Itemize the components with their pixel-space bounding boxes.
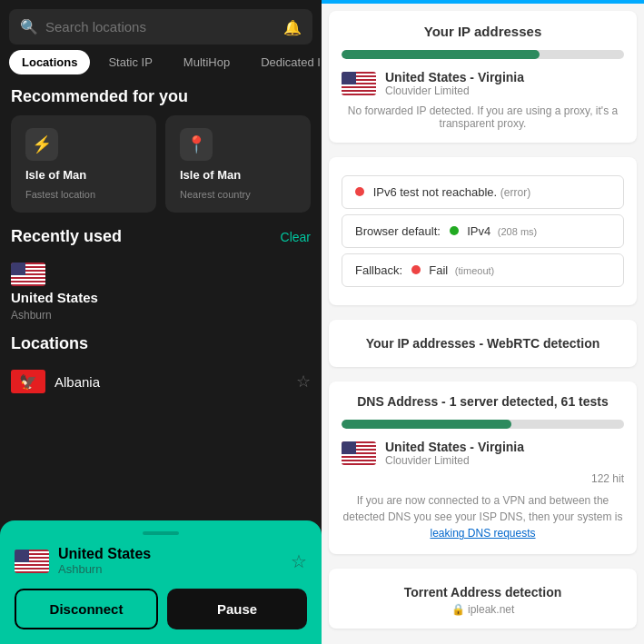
- fallback-row: Fallback: Fail (timeout): [342, 253, 624, 287]
- us-flag-icon: [11, 263, 45, 286]
- dns-card: DNS Address - 1 server detected, 61 test…: [329, 381, 637, 554]
- torrent-card: Torrent Address detection 🔒 ipleak.net: [329, 569, 637, 629]
- disconnect-button[interactable]: Disconnect: [15, 589, 158, 629]
- dns-leak-link[interactable]: leaking DNS requests: [430, 527, 535, 540]
- hit-badge: 122 hit: [342, 472, 624, 485]
- popup-loc-name: United States: [58, 546, 151, 562]
- popup-us-flag: [15, 550, 49, 573]
- right-panel: Your IP addresses United States - Virgin…: [322, 0, 644, 644]
- bell-icon[interactable]: 🔔: [283, 18, 302, 35]
- albania-name: Albania: [54, 374, 100, 390]
- red-dot-icon: [355, 187, 364, 196]
- ip-country-name: United States - Virginia: [385, 70, 524, 84]
- ipv6-test-row: IPv6 test not reachable. (error): [342, 175, 624, 209]
- ipv6-error-label: (error): [500, 186, 530, 199]
- fallback-status: Fail: [429, 263, 448, 277]
- dns-info: United States - Virginia Clouvider Limit…: [385, 440, 524, 467]
- dns-progress-bar: [342, 420, 624, 429]
- ip-tests-card: IPv6 test not reachable. (error) Browser…: [329, 157, 637, 305]
- ipv4-ms-badge: (208 ms): [498, 226, 537, 237]
- popup-buttons: Disconnect Pause: [15, 589, 307, 629]
- popup-loc-info: United States Ashburn: [15, 546, 151, 576]
- webrtc-title: Your IP addresses - WebRTC detection: [342, 336, 624, 351]
- star-icon[interactable]: ☆: [296, 372, 311, 391]
- popup-loc-sub: Ashburn: [58, 562, 151, 576]
- pause-button[interactable]: Pause: [167, 589, 307, 629]
- dns-ip-row: United States - Virginia Clouvider Limit…: [342, 440, 624, 467]
- recommended-title: Recommended for you: [0, 82, 322, 115]
- browser-default-label: Browser default:: [355, 224, 441, 238]
- browser-default-row: Browser default: IPv4 (208 ms): [342, 214, 624, 248]
- locations-section: Locations 🦅 Albania ☆: [0, 334, 322, 408]
- bolt-icon: ⚡: [25, 128, 58, 161]
- webrtc-card: Your IP addresses - WebRTC detection: [329, 320, 637, 367]
- ipv4-label: IPv4: [467, 224, 490, 238]
- ipleak-footer: 🔒 ipleak.net: [342, 603, 624, 616]
- ip-card-title: Your IP addresses: [342, 24, 624, 39]
- locations-title: Locations: [11, 334, 311, 362]
- dns-progress-fill: [342, 420, 511, 429]
- ipv6-label: IPv6 test not reachable.: [373, 185, 498, 199]
- albania-flag-icon: 🦅: [11, 370, 45, 393]
- fallback-red-dot: [411, 265, 421, 274]
- popup-text: United States Ashburn: [58, 546, 151, 576]
- recent-loc-sub: Ashburn: [11, 309, 52, 322]
- torrent-title: Torrent Address detection: [342, 585, 624, 599]
- dns-provider-name: Clouvider Limited: [385, 454, 524, 467]
- recently-title: Recently used: [11, 227, 122, 246]
- recommended-card-fastest[interactable]: ⚡ Isle of Man Fastest location: [11, 115, 156, 213]
- connection-popup: United States Ashburn ☆ Disconnect Pause: [0, 520, 322, 644]
- rec-name-nearest: Isle of Man: [180, 168, 296, 182]
- recently-used-item[interactable]: United States Ashburn: [0, 255, 322, 334]
- search-input[interactable]: [45, 19, 302, 35]
- tab-multihop[interactable]: MultiHop: [171, 50, 243, 74]
- rec-name-fastest: Isle of Man: [25, 168, 142, 182]
- ip-row: United States - Virginia Clouvider Limit…: [342, 70, 624, 97]
- popup-star-icon[interactable]: ☆: [291, 550, 307, 572]
- recently-header: Recently used Clear: [0, 227, 322, 255]
- ip-provider-name: Clouvider Limited: [385, 84, 524, 97]
- rec-sub-nearest: Nearest country: [180, 189, 296, 200]
- green-dot-icon: [450, 226, 459, 235]
- tab-static-ip[interactable]: Static IP: [95, 50, 164, 74]
- recommended-card-nearest[interactable]: 📍 Isle of Man Nearest country: [165, 115, 311, 213]
- left-panel: 🔍 🔔 Locations Static IP MultiHop Dedicat…: [0, 0, 322, 644]
- pin-icon: 📍: [180, 128, 213, 161]
- ip-progress-fill: [342, 50, 540, 59]
- search-bar: 🔍 🔔: [9, 9, 312, 45]
- search-icon: 🔍: [20, 18, 38, 35]
- top-progress-bar: [322, 0, 644, 4]
- tab-dedicated-ip[interactable]: Dedicated IP: [248, 50, 322, 74]
- popup-handle: [143, 531, 179, 535]
- dns-country-name: United States - Virginia: [385, 440, 524, 454]
- dns-note: If you are now connected to a VPN and be…: [342, 492, 624, 541]
- tab-bar: Locations Static IP MultiHop Dedicated I…: [0, 50, 322, 82]
- ip-us-flag: [342, 72, 376, 95]
- ip-info: United States - Virginia Clouvider Limit…: [385, 70, 524, 97]
- dns-us-flag: [342, 441, 376, 465]
- dns-title: DNS Address - 1 server detected, 61 test…: [342, 394, 624, 409]
- timeout-badge: (timeout): [455, 265, 494, 276]
- forwarded-note: No forwarded IP detected. If you are usi…: [342, 104, 624, 130]
- location-row-albania[interactable]: 🦅 Albania ☆: [11, 362, 311, 401]
- ip-progress-bar: [342, 50, 624, 59]
- ip-addresses-card: Your IP addresses United States - Virgin…: [329, 11, 637, 143]
- tab-locations[interactable]: Locations: [9, 50, 90, 74]
- clear-button[interactable]: Clear: [281, 230, 311, 244]
- recent-loc-name: United States: [11, 290, 98, 305]
- popup-top: United States Ashburn ☆: [15, 546, 307, 576]
- location-row-left: 🦅 Albania: [11, 370, 100, 393]
- rec-sub-fastest: Fastest location: [25, 189, 142, 200]
- recommended-grid: ⚡ Isle of Man Fastest location 📍 Isle of…: [0, 115, 322, 227]
- fallback-label: Fallback:: [355, 263, 402, 277]
